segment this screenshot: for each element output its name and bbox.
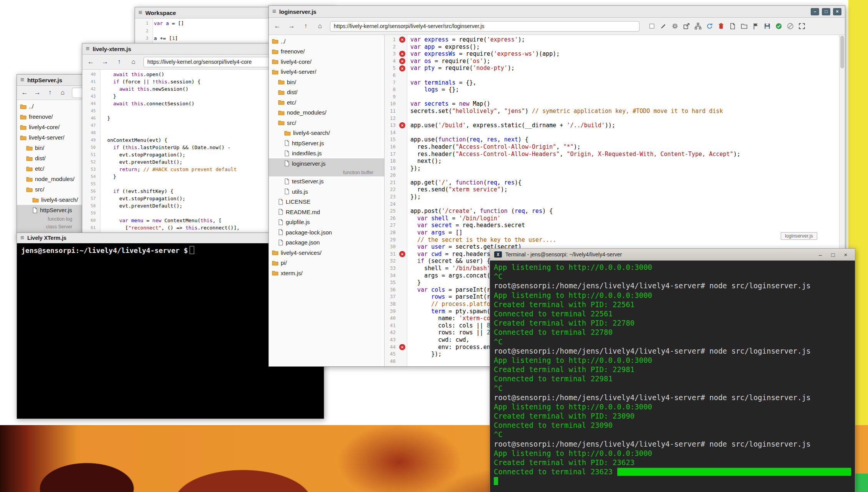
external-link-button[interactable]	[681, 21, 691, 32]
forward-button[interactable]: →	[286, 21, 297, 32]
gears-icon	[671, 23, 678, 30]
code-line: 12	[385, 115, 839, 122]
cancel-button[interactable]	[785, 21, 795, 32]
tree-item-bin[interactable]: bin/	[17, 143, 83, 153]
close-button[interactable]: ×	[833, 8, 841, 15]
tree-item-testserver-js[interactable]: testServer.js	[269, 176, 384, 187]
tree-item-dist[interactable]: dist/	[269, 87, 384, 98]
home-button[interactable]: ⌂	[315, 21, 325, 32]
save-button[interactable]	[762, 21, 772, 32]
sitemap-button[interactable]	[693, 21, 703, 32]
refresh-button[interactable]	[704, 21, 715, 32]
new-file-button[interactable]	[727, 21, 738, 32]
folder-icon	[26, 166, 33, 171]
up-button[interactable]: ↑	[45, 88, 55, 97]
tree-item-lively4-core[interactable]: lively4-core/	[17, 122, 83, 132]
menu-icon[interactable]	[272, 8, 276, 15]
tree-item-utils-js[interactable]: utils.js	[269, 186, 384, 197]
gears-button[interactable]	[670, 21, 680, 32]
line-number: 45	[82, 107, 98, 115]
tree-item-lively4-server[interactable]: lively4-server/	[17, 132, 83, 143]
tree-item-label: README.md	[286, 209, 320, 215]
tree-item-bin[interactable]: bin/	[269, 77, 384, 87]
code-text	[407, 358, 410, 365]
line-number: 4	[385, 58, 398, 65]
minimize-button[interactable]: –	[815, 251, 825, 258]
close-button[interactable]: ×	[841, 251, 851, 258]
tree-item-label: package-lock.json	[286, 229, 332, 236]
url-input[interactable]	[330, 21, 640, 32]
menu-icon[interactable]	[138, 9, 142, 17]
tree-item-httpserver-js[interactable]: httpServer.js	[17, 205, 83, 215]
code-text	[407, 201, 410, 208]
loginserver-titlebar[interactable]: loginserver.js –□×	[269, 6, 845, 18]
scrollbar-thumb[interactable]	[840, 36, 844, 68]
tree-item-[interactable]: ../	[17, 101, 83, 111]
tree-item-pi[interactable]: pi/	[269, 258, 384, 268]
tree-item-label: freenove/	[281, 48, 305, 55]
code-line: 21app.get('/', function(req, res){	[385, 179, 839, 186]
tree-item-readme-md[interactable]: README.md	[269, 207, 384, 217]
menu-icon[interactable]	[20, 234, 24, 242]
back-button[interactable]: ←	[272, 21, 283, 32]
tree-item-dist[interactable]: dist/	[17, 153, 83, 163]
tree-item-etc[interactable]: etc/	[17, 163, 83, 174]
tree-item-package-lock-json[interactable]: package-lock.json	[269, 227, 384, 238]
file-icon	[278, 209, 283, 215]
line-number: 32	[385, 258, 398, 265]
tree-item-package-json[interactable]: package.json	[269, 238, 384, 248]
tree-item-gulpfile-js[interactable]: gulpfile.js	[269, 217, 384, 228]
forward-button[interactable]: →	[33, 88, 42, 97]
tree-item-httpserver-js[interactable]: httpServer.js	[269, 138, 384, 148]
tree-item-node-modules[interactable]: node_modules/	[17, 174, 83, 184]
brush-button[interactable]	[658, 21, 668, 32]
trash-button[interactable]	[716, 21, 726, 32]
checkbox-button[interactable]	[646, 21, 657, 32]
code-text: var secrets = new Map()	[407, 100, 490, 108]
tree-item-lively4-search[interactable]: lively4-search/	[17, 194, 83, 205]
up-button[interactable]: ↑	[300, 21, 311, 32]
tree-item-indexfiles-js[interactable]: indexfiles.js	[269, 148, 384, 159]
maximize-button[interactable]: □	[822, 8, 830, 15]
gutter-marker	[398, 301, 407, 308]
tree-item-[interactable]: ../	[269, 36, 384, 47]
accept-button[interactable]	[773, 21, 784, 32]
flag-button[interactable]	[750, 21, 761, 32]
up-button[interactable]: ↑	[114, 57, 125, 67]
tree-item-node-modules[interactable]: node_modules/	[269, 108, 384, 118]
tree-item-lively4-search[interactable]: lively4-search/	[269, 128, 384, 138]
tree-item-xterm-js[interactable]: xterm.js/	[269, 268, 384, 278]
tree-item-src[interactable]: src/	[269, 118, 384, 128]
home-button[interactable]: ⌂	[58, 88, 67, 97]
tree-item-label: ../	[29, 103, 34, 110]
gutter-marker	[398, 329, 407, 336]
tree-item-loginserver-js[interactable]: loginserver.js	[269, 158, 384, 169]
gutter-marker	[398, 201, 407, 208]
minimize-button[interactable]: –	[811, 8, 819, 15]
tree-item-src[interactable]: src/	[17, 184, 83, 194]
maximize-button[interactable]: □	[828, 251, 838, 258]
menu-icon[interactable]	[20, 76, 24, 84]
menu-icon[interactable]	[86, 45, 90, 53]
new-folder-button[interactable]	[739, 21, 749, 32]
terminal-output[interactable]: App listening to http://0.0.0.0:3000^Cro…	[490, 261, 855, 492]
tree-item-lively4-server[interactable]: lively4-server/	[269, 67, 384, 77]
tree-item-freenove[interactable]: freenove/	[269, 47, 384, 57]
terminal-titlebar[interactable]: Terminal - jens@sensorpi: ~/lively4/live…	[490, 249, 855, 261]
window-title: lively-xterm.js	[93, 46, 131, 52]
tree-item-freenove[interactable]: freenove/	[17, 111, 83, 122]
back-button[interactable]: ←	[20, 88, 29, 97]
tree-item-label: dist/	[35, 155, 46, 161]
tree-item-lively4-core[interactable]: lively4-core/	[269, 57, 384, 67]
gutter-marker	[398, 72, 407, 79]
code-line: 23});	[385, 193, 839, 201]
forward-button[interactable]: →	[100, 57, 110, 67]
tree-item-etc[interactable]: etc/	[269, 97, 384, 108]
home-button[interactable]: ⌂	[128, 57, 139, 67]
tree-item-lively4-services[interactable]: lively4-services/	[269, 248, 384, 258]
fullscreen-button[interactable]	[796, 21, 807, 32]
back-button[interactable]: ←	[85, 57, 96, 67]
code-text: var os = require('os');	[407, 58, 490, 65]
tree-item-license[interactable]: LICENSE	[269, 197, 384, 207]
forward-icon: →	[288, 22, 295, 30]
